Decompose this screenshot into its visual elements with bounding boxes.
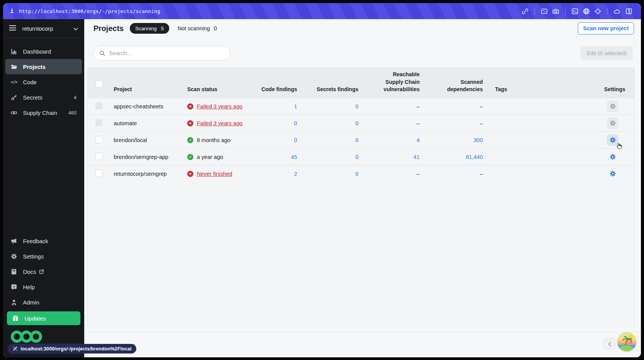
cloud-icon[interactable]	[613, 8, 621, 15]
terminal-icon[interactable]	[571, 8, 579, 15]
search-box[interactable]	[93, 46, 230, 61]
page-title: Projects	[93, 24, 124, 33]
project-name: brendon/local	[105, 137, 180, 143]
sidebar-item-label: Help	[23, 284, 35, 290]
tab-scanning[interactable]: Scanning 5	[130, 23, 169, 34]
admin-person-icon	[11, 299, 17, 306]
column-header-scanned-deps[interactable]: Scanned dependencies	[423, 79, 486, 98]
camera-icon[interactable]	[552, 8, 559, 15]
column-header-scan-status[interactable]: Scan status	[180, 86, 256, 98]
browser-address-bar: i http://localhost:3000/orgs/-/projects/…	[3, 3, 641, 19]
sidebar-item-docs[interactable]: Docs	[5, 264, 82, 279]
secrets-findings-link[interactable]: 0	[355, 154, 358, 160]
link-icon[interactable]	[521, 8, 529, 15]
crosshair-icon[interactable]	[594, 8, 602, 15]
split-view-icon[interactable]	[625, 8, 633, 15]
scanned-deps-link[interactable]: 300	[474, 137, 483, 143]
column-header-secrets-findings[interactable]: Secrets findings	[300, 86, 361, 98]
sidebar-item-label: Code	[23, 79, 37, 85]
project-settings-gear-icon[interactable]	[607, 168, 618, 180]
scan-status-link[interactable]: a year ago	[197, 154, 223, 160]
sidebar-item-secrets[interactable]: Secrets 4	[5, 90, 82, 105]
column-header-tags[interactable]: Tags	[486, 86, 578, 98]
row-checkbox	[95, 102, 103, 110]
org-switcher[interactable]: returntocorp	[3, 19, 84, 38]
table-row: automate ✕Failed 3 years ago 0 0 – –	[88, 115, 634, 131]
code-findings-link[interactable]: 0	[294, 137, 297, 143]
column-header-reachable-vulns[interactable]: Reachable Supply Chain vulnerabilities	[361, 71, 423, 98]
sidebar-item-settings[interactable]: Settings	[5, 249, 82, 264]
scanned-deps-link[interactable]: 81,440	[466, 154, 483, 160]
previous-page-button[interactable]	[604, 338, 615, 350]
sidebar-item-updates[interactable]: Updates	[7, 311, 80, 325]
scan-status-link[interactable]: Never finished	[197, 171, 232, 177]
search-icon	[99, 50, 105, 56]
browser-window: i http://localhost:3000/orgs/-/projects/…	[3, 3, 641, 357]
info-icon: i	[10, 8, 13, 14]
scan-status-link[interactable]: 8 months ago	[197, 137, 230, 143]
hamburger-menu-icon[interactable]	[9, 25, 16, 32]
sidebar-item-supply-chain[interactable]: Supply Chain 460	[5, 105, 82, 120]
row-checkbox[interactable]	[95, 153, 103, 160]
folder-icon	[11, 64, 17, 70]
sidebar-item-feedback[interactable]: Feedback	[5, 233, 82, 249]
search-input[interactable]	[109, 50, 225, 56]
code-findings-link[interactable]: 45	[291, 154, 297, 160]
sidebar-item-label: Admin	[23, 299, 39, 306]
reachable-vulns-link[interactable]: 41	[414, 154, 420, 160]
project-name: returntocorp/semgrep	[105, 171, 180, 177]
sidebar-item-code[interactable]: </> Code	[5, 74, 82, 90]
code-findings-link[interactable]: 0	[294, 120, 297, 126]
sidebar-item-label: Projects	[23, 64, 46, 70]
table-row: brendon/local ✓8 months ago 0 0 4 300	[88, 131, 634, 148]
scan-status-link[interactable]: Failed 3 years ago	[197, 103, 242, 110]
row-checkbox	[95, 119, 103, 126]
edit-selected-button[interactable]: Edit (0 selected)	[580, 46, 633, 60]
reachable-vulns-value: –	[361, 103, 423, 110]
footer-divider	[84, 332, 641, 332]
tab-not-scanning[interactable]: Not scanning 0	[178, 25, 217, 31]
project-settings-gear-icon[interactable]	[607, 151, 618, 163]
link-preview-tooltip: localhost:3000/orgs/-/projects/brendon%2…	[8, 344, 136, 353]
project-settings-gear-icon[interactable]	[607, 101, 618, 112]
scan-status-link[interactable]: Failed 3 years ago	[197, 120, 242, 126]
page-header: Projects Scanning 5 Not scanning 0 Scan …	[84, 19, 641, 38]
secrets-findings-link[interactable]: 0	[355, 171, 358, 177]
code-findings-link[interactable]: 2	[294, 171, 297, 177]
scan-new-project-button[interactable]: Scan new project	[578, 22, 634, 34]
column-header-settings: Settings	[578, 86, 634, 98]
svg-text:?: ?	[13, 285, 15, 289]
table-row: appsec-cheatsheets ✕Failed 3 years ago 1…	[88, 98, 634, 115]
secrets-findings-link[interactable]: 0	[355, 137, 358, 143]
sidebar-item-projects[interactable]: Projects	[5, 59, 82, 74]
failed-status-icon: ✕	[187, 120, 193, 126]
key-icon	[11, 94, 17, 101]
project-name: appsec-cheatsheets	[105, 103, 180, 110]
project-settings-gear-icon[interactable]	[607, 118, 618, 129]
globe-icon[interactable]	[583, 8, 590, 15]
sidebar-item-label: Feedback	[23, 238, 48, 244]
reachable-vulns-link[interactable]: 4	[417, 137, 420, 143]
sidebar-item-help[interactable]: ? Help	[5, 279, 82, 295]
reachable-vulns-value: –	[361, 120, 423, 126]
sidebar-item-label: Settings	[23, 253, 44, 260]
column-header-code-findings[interactable]: Code findings	[256, 86, 300, 98]
table-toolbar: Edit (0 selected)	[84, 46, 641, 61]
sidebar-item-dashboard[interactable]: Dashboard	[5, 44, 82, 59]
sidebar-item-label: Dashboard	[23, 48, 51, 55]
sidebar-item-admin[interactable]: Admin	[5, 295, 82, 310]
column-header-project[interactable]: Project	[105, 86, 180, 98]
user-avatar[interactable]	[617, 332, 636, 351]
select-all-checkbox[interactable]	[95, 80, 103, 88]
url-text[interactable]: http://localhost:3000/orgs/-/projects/sc…	[19, 8, 160, 14]
media-icon[interactable]	[541, 8, 548, 15]
scanned-deps-value: –	[423, 171, 486, 177]
project-name: brendon/semgrep-app	[105, 154, 180, 160]
project-settings-gear-icon[interactable]	[607, 134, 618, 146]
secrets-findings-link[interactable]: 0	[355, 103, 358, 110]
code-findings-link[interactable]: 1	[294, 103, 297, 110]
row-checkbox[interactable]	[95, 170, 103, 177]
secrets-findings-link[interactable]: 0	[355, 120, 358, 126]
book-icon	[11, 268, 17, 275]
row-checkbox[interactable]	[95, 136, 103, 143]
